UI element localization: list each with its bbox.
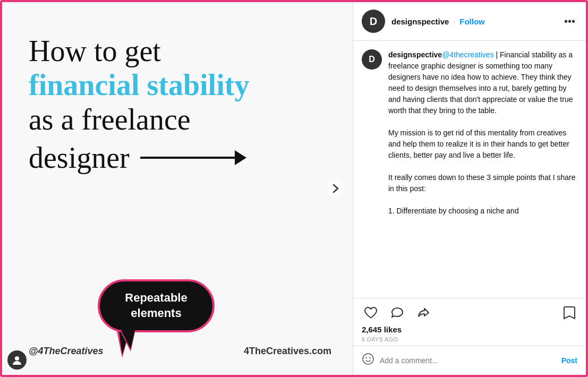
svg-point-5 bbox=[365, 357, 367, 358]
svg-point-7 bbox=[15, 356, 19, 361]
headline-line3: designer bbox=[29, 141, 130, 175]
likes-count: 2,645 likes bbox=[362, 325, 577, 334]
credit-left-italic: Creatives bbox=[61, 346, 104, 356]
comment-body: designspective@4thecreatives | Financial… bbox=[388, 49, 577, 217]
headline-line1: How to get bbox=[29, 34, 331, 68]
avatar-letter: D bbox=[370, 15, 377, 28]
headline-line2: as a freelance bbox=[29, 102, 331, 136]
sidebar-actions: 2,645 likes 6 DAYS AGO bbox=[353, 298, 586, 346]
credit-left-prefix: @4The bbox=[29, 346, 61, 356]
emoji-icon bbox=[362, 353, 374, 365]
bubble-text: Repeatable elements bbox=[100, 290, 212, 321]
header-username[interactable]: designspective bbox=[391, 17, 449, 26]
credit-right: 4TheCreatives.com bbox=[244, 346, 331, 357]
credit-right-prefix: 4The bbox=[244, 346, 266, 356]
post-credits: @4TheCreatives 4TheCreatives.com bbox=[29, 346, 331, 359]
credit-right-suffix: .com bbox=[309, 346, 331, 356]
save-button[interactable] bbox=[561, 304, 577, 322]
next-image-button[interactable] bbox=[327, 180, 344, 197]
instagram-post: How to get financial stability as a free… bbox=[0, 0, 588, 377]
credit-right-bold: Creatives bbox=[266, 346, 309, 356]
post-headline-area: How to get financial stability as a free… bbox=[29, 34, 331, 175]
bookmark-icon bbox=[564, 306, 575, 320]
arrow-icon bbox=[140, 148, 246, 167]
svg-point-4 bbox=[363, 354, 373, 364]
dot-separator: · bbox=[453, 17, 455, 25]
add-comment-row: Post bbox=[353, 346, 586, 375]
comment-mention[interactable]: @4thecreatives bbox=[442, 50, 493, 59]
share-button[interactable] bbox=[415, 304, 433, 321]
speech-bubble-area: Repeatable elements bbox=[98, 279, 215, 332]
sidebar-header: D designspective · Follow ••• bbox=[353, 2, 586, 41]
post-sidebar: D designspective · Follow ••• D designsp… bbox=[353, 2, 586, 375]
more-icon: ••• bbox=[564, 15, 575, 27]
svg-marker-1 bbox=[235, 150, 246, 165]
headline-highlight: financial stability bbox=[29, 68, 331, 102]
comments-section[interactable]: D designspective@4thecreatives | Financi… bbox=[353, 41, 586, 298]
header-info: designspective · Follow bbox=[391, 17, 562, 26]
current-user-avatar[interactable] bbox=[7, 350, 27, 370]
comment-row: D designspective@4thecreatives | Financi… bbox=[362, 49, 577, 217]
comment-text-body: | Financial stability as a freelance gra… bbox=[388, 50, 576, 215]
more-options-button[interactable]: ••• bbox=[562, 15, 577, 28]
heart-icon bbox=[364, 306, 378, 319]
share-icon bbox=[417, 306, 431, 319]
comment-input[interactable] bbox=[380, 356, 556, 365]
avatar: D bbox=[362, 10, 385, 33]
avatar-container: D bbox=[362, 10, 385, 33]
comment-button[interactable] bbox=[388, 304, 406, 321]
speech-bubble: Repeatable elements bbox=[98, 279, 215, 332]
post-timestamp: 6 DAYS AGO bbox=[362, 336, 577, 342]
like-button[interactable] bbox=[362, 304, 380, 321]
user-icon bbox=[12, 355, 22, 365]
chevron-right-icon bbox=[333, 184, 339, 193]
commenter-avatar-letter: D bbox=[369, 55, 375, 64]
action-icons-row bbox=[362, 304, 577, 322]
svg-point-6 bbox=[369, 357, 370, 358]
post-comment-button[interactable]: Post bbox=[561, 356, 577, 365]
comment-icon bbox=[390, 306, 404, 319]
commenter-avatar: D bbox=[362, 49, 382, 70]
emoji-button[interactable] bbox=[362, 353, 374, 369]
post-image-panel: How to get financial stability as a free… bbox=[2, 2, 353, 375]
headline-arrow-row: designer bbox=[29, 141, 331, 175]
credit-left: @4TheCreatives bbox=[29, 346, 104, 357]
commenter-name[interactable]: designspective bbox=[388, 50, 442, 59]
follow-button[interactable]: Follow bbox=[459, 17, 485, 26]
